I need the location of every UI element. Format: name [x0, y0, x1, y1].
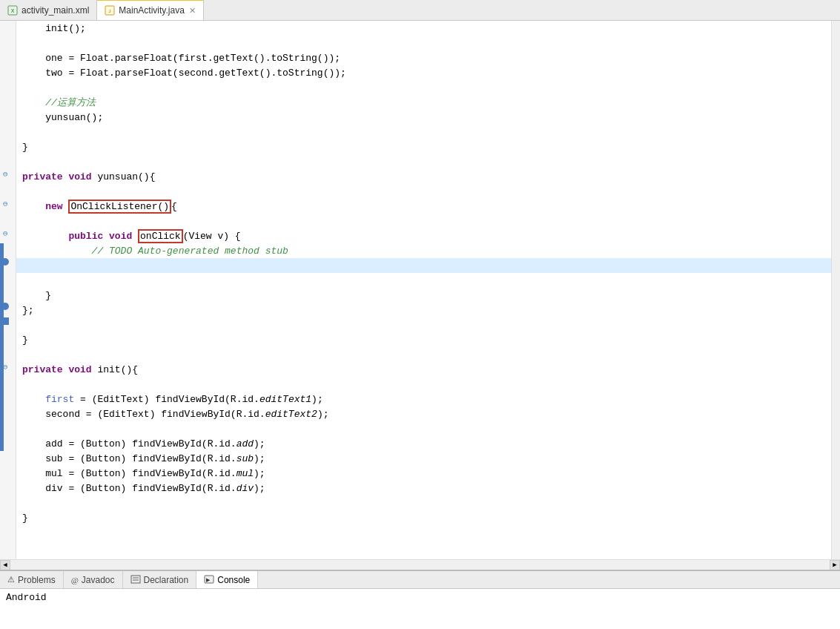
code-line: yunsuan();	[16, 110, 831, 125]
code-line-init: private void init(){	[16, 362, 831, 377]
tab-declaration-label: Declaration	[144, 575, 189, 585]
code-content[interactable]: init(); one = Float.parseFloat(first.get…	[16, 21, 831, 559]
code-line-div: div = (Button) findViewById(R.id.div);	[16, 481, 831, 495]
fold-icon-onclick[interactable]: ⊖	[3, 228, 8, 238]
code-line: }	[16, 288, 831, 303]
svg-text:J: J	[109, 9, 111, 13]
bottom-panel: ⚠ Problems @ Javadoc Declaration ▶	[0, 570, 840, 629]
code-line-mul: mul = (Button) findViewById(R.id.mul);	[16, 466, 831, 481]
console-output: Android	[0, 589, 840, 629]
code-lines: init(); one = Float.parseFloat(first.get…	[16, 21, 831, 525]
code-line: }	[16, 332, 831, 347]
svg-text:X: X	[11, 8, 15, 13]
code-line-first: first = (EditText) findViewById(R.id.edi…	[16, 392, 831, 406]
code-line	[16, 214, 831, 228]
marker-2	[1, 303, 9, 310]
fold-icon-onclick-listener[interactable]: ⊖	[3, 199, 8, 208]
tab-javadoc[interactable]: @ Javadoc	[64, 571, 123, 588]
code-line	[16, 36, 831, 50]
xml-file-icon: X	[7, 5, 18, 16]
code-line	[16, 317, 831, 332]
svg-rect-4	[131, 576, 140, 583]
code-line	[16, 80, 831, 95]
code-line-close: }	[16, 510, 831, 525]
marker-1	[1, 258, 9, 266]
code-line: };	[16, 303, 831, 317]
code-line-onclick: public void onClick(View v) {	[16, 228, 831, 243]
bottom-scrollbar[interactable]: ◀ ▶	[0, 559, 840, 570]
code-line	[16, 421, 831, 436]
code-line: private void yunsuan(){	[16, 169, 831, 184]
code-line-add: add = (Button) findViewById(R.id.add);	[16, 436, 831, 451]
code-line-second: second = (EditText) findViewById(R.id.ed…	[16, 406, 831, 421]
marker-3	[1, 317, 9, 325]
declaration-icon	[130, 575, 141, 585]
code-line	[16, 377, 831, 392]
code-area: ⊖ ⊖ ⊖ ⊖ init(); one =	[0, 21, 840, 559]
debug-bar	[0, 243, 4, 451]
tab-problems-label: Problems	[18, 575, 56, 585]
editor-wrapper: ⊖ ⊖ ⊖ ⊖ init(); one =	[0, 21, 840, 570]
tab-label: MainActivity.java	[119, 5, 184, 16]
gutter: ⊖ ⊖ ⊖ ⊖	[0, 21, 16, 559]
scroll-left-button[interactable]: ◀	[0, 560, 10, 570]
console-icon: ▶	[204, 575, 214, 585]
tab-javadoc-label: Javadoc	[82, 575, 115, 585]
code-line	[16, 184, 831, 199]
tab-activity-main[interactable]: X activity_main.xml	[0, 0, 97, 20]
code-line: init();	[16, 21, 831, 36]
code-line-highlighted	[16, 258, 831, 273]
code-line	[16, 347, 831, 362]
bottom-tab-bar: ⚠ Problems @ Javadoc Declaration ▶	[0, 571, 840, 589]
tab-bar: X activity_main.xml J MainActivity.java …	[0, 0, 840, 21]
tab-main-activity[interactable]: J MainActivity.java ✕	[97, 0, 203, 20]
code-line	[16, 495, 831, 510]
tab-declaration[interactable]: Declaration	[123, 571, 197, 588]
code-line-todo: // TODO Auto-generated method stub	[16, 243, 831, 258]
code-line: one = Float.parseFloat(first.getText().t…	[16, 50, 831, 65]
problems-icon: ⚠	[7, 575, 15, 584]
console-text: Android	[6, 592, 47, 603]
tab-label: activity_main.xml	[22, 5, 89, 16]
code-line: }	[16, 139, 831, 154]
right-scrollbar[interactable]	[831, 21, 840, 559]
tab-problems[interactable]: ⚠ Problems	[0, 571, 64, 588]
tab-console[interactable]: ▶ Console	[196, 571, 258, 588]
code-line	[16, 273, 831, 288]
scroll-track[interactable]	[10, 560, 830, 570]
fold-icon-yunsuan[interactable]: ⊖	[3, 169, 8, 179]
tab-console-label: Console	[217, 575, 250, 585]
java-file-icon: J	[105, 5, 115, 16]
code-line-sub: sub = (Button) findViewById(R.id.sub);	[16, 451, 831, 466]
tab-close-button[interactable]: ✕	[189, 6, 196, 16]
code-line	[16, 154, 831, 169]
javadoc-icon: @	[71, 576, 79, 584]
code-line-onclicklistener: new OnClickListener(){	[16, 199, 831, 214]
code-line	[16, 125, 831, 139]
code-line: two = Float.parseFloat(second.getText().…	[16, 65, 831, 80]
code-line: //运算方法	[16, 95, 831, 110]
scroll-right-button[interactable]: ▶	[830, 560, 840, 570]
